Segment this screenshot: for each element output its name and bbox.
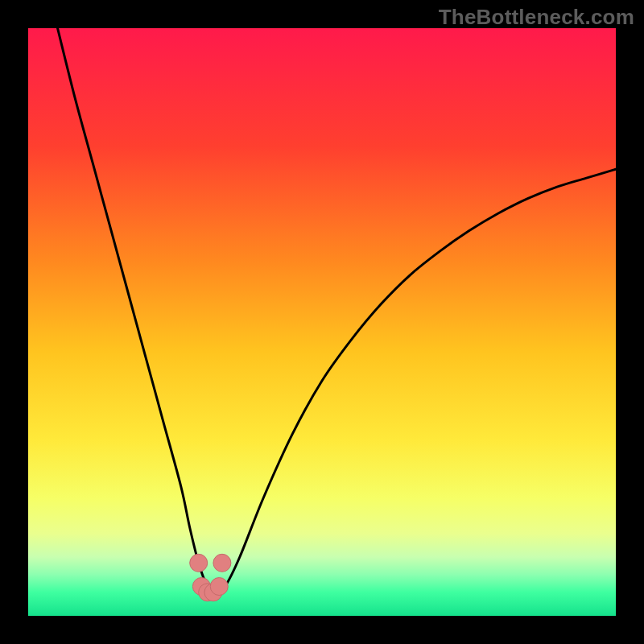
curve-marker xyxy=(190,554,208,572)
watermark-text: TheBottleneck.com xyxy=(439,5,634,30)
curve-marker xyxy=(210,578,228,596)
gradient-background xyxy=(28,28,616,616)
chart-frame: TheBottleneck.com xyxy=(0,0,644,644)
curve-marker xyxy=(213,554,231,572)
plot-area xyxy=(28,28,616,616)
bottleneck-chart-svg xyxy=(28,28,616,616)
